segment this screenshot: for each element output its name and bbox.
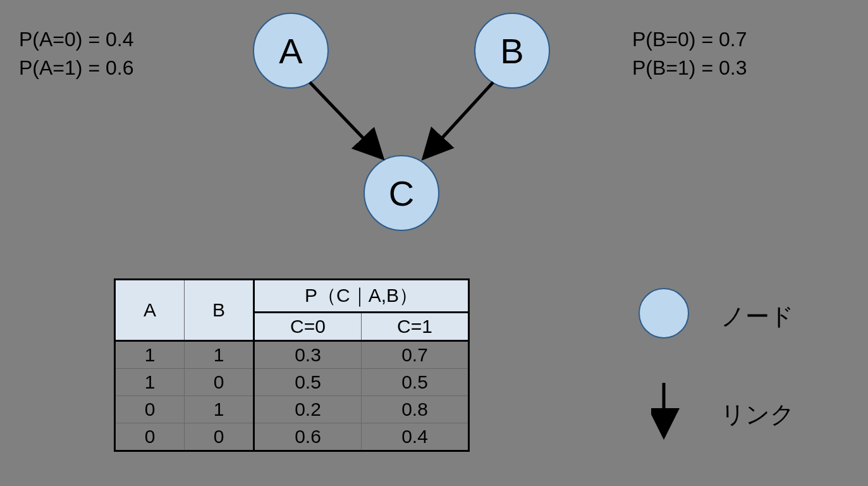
table-row: 1 1 0.3 0.7 <box>115 341 469 369</box>
prob-b-line2: P(B=1) = 0.3 <box>632 54 747 82</box>
cell-b: 1 <box>185 341 254 369</box>
cell-b: 1 <box>185 396 254 423</box>
prob-a-text: P(A=0) = 0.4 P(A=1) = 0.6 <box>19 25 133 82</box>
cpt-col-a: A <box>115 280 185 341</box>
cpt-col-b: B <box>185 280 254 341</box>
node-b: B <box>474 13 550 89</box>
svg-line-1 <box>424 82 493 158</box>
node-c-label: C <box>389 173 414 214</box>
cpt-col-c1: C=1 <box>362 313 469 341</box>
prob-a-line1: P(A=0) = 0.4 <box>19 25 133 54</box>
cell-c1: 0.7 <box>362 341 469 369</box>
node-a-label: A <box>279 30 302 72</box>
legend-link-label: リンク <box>721 399 795 431</box>
svg-line-0 <box>310 82 382 158</box>
cell-c0: 0.2 <box>254 396 362 423</box>
table-row: 0 1 0.2 0.8 <box>115 396 469 423</box>
cell-c1: 0.8 <box>362 396 469 423</box>
cpt-col-c0: C=0 <box>254 313 362 341</box>
node-a: A <box>253 13 329 89</box>
cell-c0: 0.6 <box>254 423 362 451</box>
cell-a: 0 <box>115 396 185 423</box>
table-row: 0 0 0.6 0.4 <box>115 423 469 451</box>
prob-b-line1: P(B=0) = 0.7 <box>632 25 747 54</box>
legend-node-label: ノード <box>721 301 794 333</box>
cell-b: 0 <box>185 423 254 451</box>
cpt-table: A B P（C｜A,B） C=0 C=1 1 1 0.3 0.7 1 0 0.5… <box>114 278 470 452</box>
node-b-label: B <box>500 30 523 72</box>
cell-c0: 0.5 <box>254 369 362 396</box>
legend-node-icon <box>639 288 689 339</box>
node-c: C <box>364 155 439 231</box>
cell-a: 1 <box>115 369 185 396</box>
cell-a: 0 <box>115 423 185 451</box>
cell-c1: 0.4 <box>362 423 469 451</box>
cell-b: 0 <box>185 369 254 396</box>
cell-c1: 0.5 <box>362 369 469 396</box>
prob-a-line2: P(A=1) = 0.6 <box>19 54 133 82</box>
table-row: 1 0 0.5 0.5 <box>115 369 469 396</box>
cell-a: 1 <box>115 341 185 369</box>
prob-b-text: P(B=0) = 0.7 P(B=1) = 0.3 <box>632 25 747 82</box>
legend-link-icon <box>651 380 683 449</box>
cell-c0: 0.3 <box>254 341 362 369</box>
cpt-col-pcab: P（C｜A,B） <box>254 280 469 313</box>
